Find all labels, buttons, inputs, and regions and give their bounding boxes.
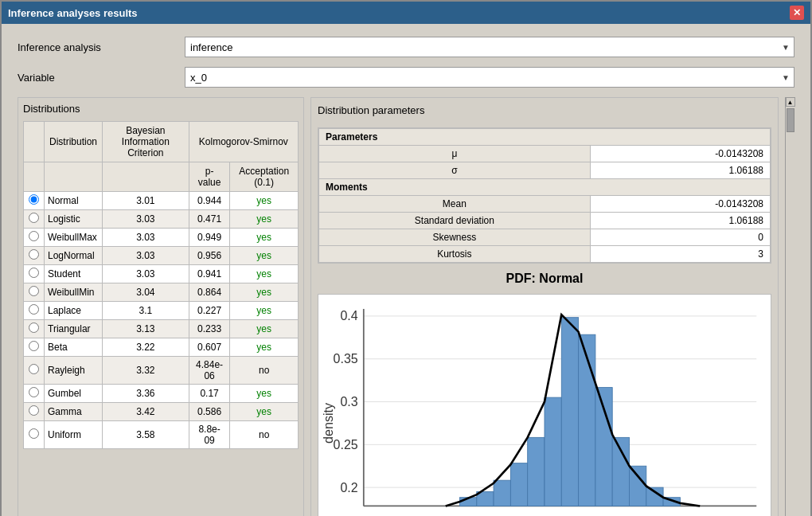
table-row[interactable]: Student 3.03 0.941 yes [24,265,299,283]
dist-accept: yes [230,385,299,403]
dist-radio[interactable] [29,387,39,397]
dist-name: Gumbel [45,385,103,403]
radio-cell[interactable] [24,320,45,338]
distributions-table: Distribution Bayesian Information Criter… [23,121,299,449]
dist-accept: no [230,357,299,385]
dist-accept: yes [230,320,299,338]
dist-bic: 3.04 [103,283,189,302]
dist-bic: 3.32 [103,357,189,385]
dist-radio[interactable] [29,364,39,374]
radio-cell[interactable] [24,210,45,229]
dist-name: Laplace [45,302,103,320]
table-row[interactable]: WeibullMin 3.04 0.864 yes [24,283,299,302]
dist-radio[interactable] [29,194,39,205]
dist-pvalue: 8.8e-09 [189,421,230,449]
radio-cell[interactable] [24,302,45,320]
dist-radio[interactable] [29,286,39,296]
kurtosis-value: 3 [590,246,770,263]
dist-radio[interactable] [29,405,39,416]
radio-cell[interactable] [24,338,45,357]
dist-name: Triangular [45,320,103,338]
svg-text:0.3: 0.3 [341,394,358,408]
dist-pvalue: 0.607 [189,338,230,357]
radio-cell[interactable] [24,283,45,302]
table-row[interactable]: LogNormal 3.03 0.956 yes [24,247,299,265]
scroll-track[interactable] [786,107,795,516]
dist-accept: yes [230,229,299,247]
inference-select[interactable]: inference [185,37,794,57]
dist-pvalue: 0.864 [189,283,230,302]
kurtosis-label: Kurtosis [319,246,591,263]
col-acceptation: Acceptation (0.1) [230,162,299,192]
dist-accept: yes [230,210,299,229]
table-row[interactable]: WeibullMax 3.03 0.949 yes [24,229,299,247]
dist-bic: 3.03 [103,265,189,283]
dist-name: Student [45,265,103,283]
table-row[interactable]: Triangular 3.13 0.233 yes [24,320,299,338]
svg-rect-17 [528,437,545,506]
dist-radio[interactable] [29,268,39,278]
dist-params-title: Distribution parameters [318,104,771,116]
radio-cell[interactable] [24,385,45,403]
dist-accept: yes [230,265,299,283]
title-bar: Inference analyses results ✕ [2,2,810,24]
table-row[interactable]: Gamma 3.42 0.586 yes [24,403,299,421]
variable-select[interactable]: x_0 [185,67,794,88]
table-row[interactable]: Rayleigh 3.32 4.84e-06 no [24,357,299,385]
col-empty2 [45,162,103,192]
svg-rect-19 [561,318,578,506]
moments-header: Moments [319,179,771,196]
scroll-thumb[interactable] [787,108,794,132]
dist-accept: yes [230,403,299,421]
inference-select-wrapper: inference ▼ [185,37,794,57]
col-radio [24,122,45,162]
col-bic: Bayesian Information Criterion [103,122,189,162]
table-row[interactable]: Beta 3.22 0.607 yes [24,338,299,357]
dist-radio[interactable] [29,249,39,260]
dist-params-panel: Distribution parameters Parameters μ -0.… [310,97,779,516]
table-row[interactable]: Laplace 3.1 0.227 yes [24,302,299,320]
radio-cell[interactable] [24,265,45,283]
dist-bic: 3.1 [103,302,189,320]
dist-radio[interactable] [29,322,39,333]
dist-accept: no [230,421,299,449]
variable-select-wrapper: x_0 ▼ [185,67,794,88]
dist-radio[interactable] [29,231,39,241]
dist-pvalue: 4.84e-06 [189,357,230,385]
dist-radio[interactable] [29,304,39,315]
radio-cell[interactable] [24,229,45,247]
radio-cell[interactable] [24,357,45,385]
dist-radio[interactable] [29,341,39,351]
radio-cell[interactable] [24,247,45,265]
dist-name: Gamma [45,403,103,421]
stddev-value: 1.06188 [590,213,770,229]
dist-bic: 3.22 [103,338,189,357]
dist-radio[interactable] [29,428,39,439]
col-pvalue: p-value [189,162,230,192]
radio-cell[interactable] [24,192,45,210]
stddev-label: Standard deviation [319,213,591,229]
scrollbar[interactable]: ▲ ▼ [785,97,794,516]
svg-rect-21 [595,388,612,506]
dist-accept: yes [230,247,299,265]
svg-rect-22 [612,437,629,506]
close-button[interactable]: ✕ [790,6,804,20]
dist-name: WeibullMax [45,229,103,247]
params-section: Parameters μ -0.0143208 σ 1.06188 [318,127,771,264]
col-empty3 [103,162,189,192]
table-row[interactable]: Gumbel 3.36 0.17 yes [24,385,299,403]
radio-cell[interactable] [24,403,45,421]
dist-name: WeibullMin [45,283,103,302]
table-row[interactable]: Logistic 3.03 0.471 yes [24,210,299,229]
mean-label: Mean [319,196,591,213]
table-row[interactable]: Uniform 3.58 8.8e-09 no [24,421,299,449]
dist-pvalue: 0.944 [189,192,230,210]
dist-radio[interactable] [29,213,39,223]
scroll-up-btn[interactable]: ▲ [786,97,795,107]
pdf-title: PDF: Normal [318,272,771,286]
radio-cell[interactable] [24,421,45,449]
col-empty1 [24,162,45,192]
dist-bic: 3.01 [103,192,189,210]
table-row[interactable]: Normal 3.01 0.944 yes [24,192,299,210]
content-area: Inference analysis inference ▼ Variable … [2,24,810,516]
